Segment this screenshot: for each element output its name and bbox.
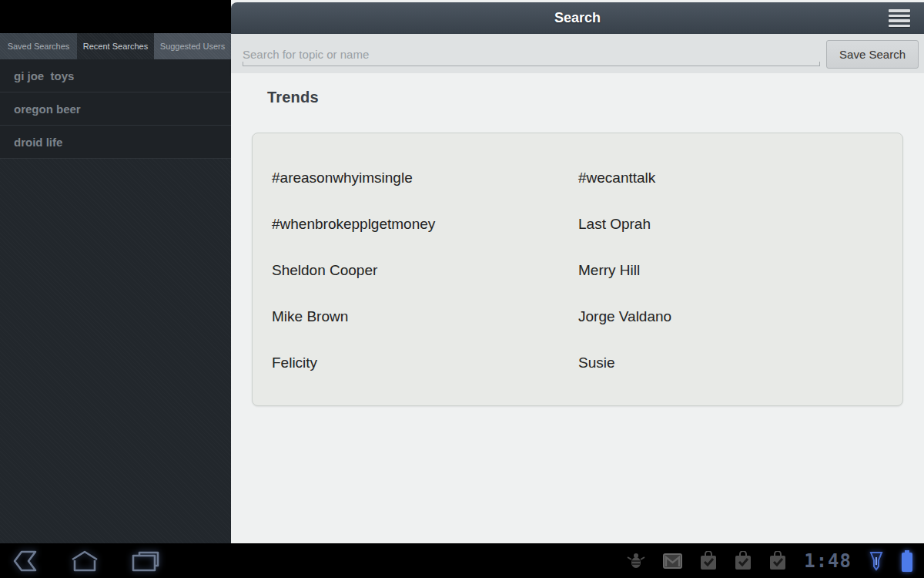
market-download-icon bbox=[769, 551, 786, 570]
trend-item[interactable]: Sheldon Cooper bbox=[253, 247, 559, 294]
home-icon[interactable] bbox=[69, 549, 100, 573]
trend-item[interactable]: #areasonwhyimsingle bbox=[253, 155, 559, 201]
list-item[interactable]: oregon beer bbox=[0, 92, 231, 126]
trend-item[interactable]: #whenbrokepplgetmoney bbox=[253, 201, 559, 247]
trend-item[interactable]: Susie bbox=[559, 340, 902, 386]
trend-item[interactable]: Merry Hill bbox=[559, 247, 902, 294]
usb-icon bbox=[869, 551, 883, 571]
system-bar: 1:48 bbox=[0, 543, 924, 578]
sidebar-top-spacer bbox=[0, 0, 231, 33]
sidebar-tabbar: Saved Searches Recent Searches Suggested… bbox=[0, 33, 231, 59]
recent-apps-icon[interactable] bbox=[131, 549, 160, 573]
screen: Saved Searches Recent Searches Suggested… bbox=[0, 0, 924, 578]
trend-item[interactable]: Felicity bbox=[253, 340, 559, 386]
nav-buttons bbox=[12, 543, 160, 578]
trends-heading: Trends bbox=[267, 89, 319, 106]
trend-item[interactable]: Mike Brown bbox=[253, 294, 559, 340]
content-area: Trends #areasonwhyimsingle #wecanttalk #… bbox=[231, 73, 924, 543]
search-list: gi joe toys oregon beer droid life bbox=[0, 59, 231, 159]
list-item[interactable]: droid life bbox=[0, 126, 231, 159]
battery-icon bbox=[901, 549, 913, 573]
trend-item[interactable]: #wecanttalk bbox=[559, 155, 902, 201]
page-title: Search bbox=[231, 2, 924, 34]
save-search-button[interactable]: Save Search bbox=[826, 40, 919, 69]
menu-icon[interactable] bbox=[889, 9, 910, 27]
list-item[interactable]: gi joe toys bbox=[0, 59, 231, 92]
sidebar: Saved Searches Recent Searches Suggested… bbox=[0, 0, 231, 543]
status-area: 1:48 bbox=[627, 543, 913, 578]
tab-saved-searches[interactable]: Saved Searches bbox=[0, 33, 77, 59]
tab-recent-searches[interactable]: Recent Searches bbox=[77, 33, 154, 59]
search-bar: Save Search bbox=[231, 34, 924, 73]
market-download-icon bbox=[700, 551, 717, 570]
market-download-icon bbox=[735, 551, 752, 570]
trends-panel: #areasonwhyimsingle #wecanttalk #whenbro… bbox=[252, 133, 903, 406]
search-input-wrap bbox=[243, 40, 820, 68]
input-underline bbox=[243, 62, 820, 66]
main-panel: Search Save Search Trends #areasonwhyims… bbox=[231, 0, 924, 543]
clock[interactable]: 1:48 bbox=[804, 550, 852, 572]
bee-icon bbox=[627, 552, 645, 570]
tab-suggested-users[interactable]: Suggested Users bbox=[154, 33, 231, 59]
back-icon[interactable] bbox=[12, 549, 38, 573]
trend-item[interactable]: Last Oprah bbox=[559, 201, 902, 247]
gmail-icon bbox=[663, 553, 682, 569]
action-bar: Search bbox=[231, 2, 924, 34]
trend-item[interactable]: Jorge Valdano bbox=[559, 294, 902, 340]
